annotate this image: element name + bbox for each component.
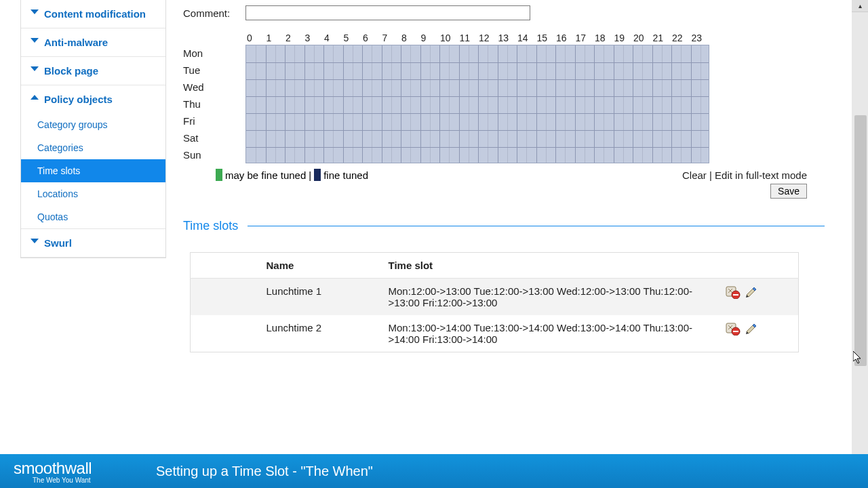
day-label: Mon bbox=[183, 45, 245, 62]
hour-label: 6 bbox=[361, 33, 381, 43]
hour-label: 15 bbox=[536, 33, 555, 43]
row-slot: Mon:13:00->14:00 Tue:13:00->14:00 Wed:13… bbox=[380, 315, 717, 352]
hour-label: 11 bbox=[458, 33, 478, 43]
section-title-time-slots: Time slots bbox=[183, 219, 248, 233]
table-header-name: Name bbox=[258, 253, 380, 279]
row-name: Lunchtime 1 bbox=[258, 279, 380, 316]
sidebar-item-block-page[interactable]: Block page bbox=[21, 57, 165, 85]
legend-label: fine tuned bbox=[323, 169, 368, 181]
sidebar-item-label: Policy objects bbox=[44, 94, 113, 105]
hour-label: 1 bbox=[265, 33, 285, 43]
chevron-down-icon bbox=[31, 9, 39, 14]
hour-label: 12 bbox=[477, 33, 497, 43]
hour-label: 14 bbox=[516, 33, 536, 43]
hour-label: 3 bbox=[304, 33, 323, 43]
scroll-up-icon[interactable]: ▴ bbox=[852, 0, 868, 12]
chevron-down-icon bbox=[31, 66, 39, 71]
delete-icon[interactable] bbox=[726, 285, 745, 301]
sidebar: Content modification Anti-malware Block … bbox=[20, 0, 166, 258]
footer-tagline: The Web You Want bbox=[33, 476, 156, 484]
time-grid[interactable] bbox=[245, 45, 709, 163]
table-row: Lunchtime 2Mon:13:00->14:00 Tue:13:00->1… bbox=[191, 315, 799, 352]
edit-icon[interactable] bbox=[745, 285, 764, 301]
schedule-grid: MonTueWedThuFriSatSun 012345678910111213… bbox=[183, 27, 834, 163]
hour-label: 22 bbox=[671, 33, 690, 43]
time-slots-table: Name Time slot Lunchtime 1Mon:12:00->13:… bbox=[190, 252, 799, 352]
hour-label: 19 bbox=[613, 33, 633, 43]
sidebar-item-swurl[interactable]: Swurl bbox=[21, 229, 165, 258]
vertical-scrollbar[interactable]: ▴ bbox=[852, 0, 868, 488]
sidebar-subgroup-policy-objects: Category groups Categories Time slots Lo… bbox=[21, 113, 165, 229]
footer-brand: smoothwall bbox=[14, 459, 156, 478]
sidebar-sub-quotas[interactable]: Quotas bbox=[21, 205, 165, 228]
sidebar-sub-locations[interactable]: Locations bbox=[21, 182, 165, 205]
day-label: Wed bbox=[183, 79, 245, 96]
chevron-up-icon bbox=[31, 95, 39, 100]
hour-label: 2 bbox=[284, 33, 304, 43]
sidebar-item-content-modification[interactable]: Content modification bbox=[21, 0, 165, 28]
hour-label: 20 bbox=[632, 33, 652, 43]
hour-label: 13 bbox=[497, 33, 517, 43]
edit-full-text-link[interactable]: Edit in full-text mode bbox=[715, 169, 807, 181]
hour-label: 9 bbox=[420, 33, 439, 43]
sidebar-item-label: Block page bbox=[44, 65, 98, 77]
legend-sep: | bbox=[309, 169, 311, 181]
hour-label: 10 bbox=[439, 33, 458, 43]
hour-label: 16 bbox=[555, 33, 574, 43]
delete-icon[interactable] bbox=[726, 322, 745, 338]
sidebar-sub-time-slots[interactable]: Time slots bbox=[21, 159, 165, 182]
day-label: Fri bbox=[183, 113, 245, 129]
hour-label: 21 bbox=[652, 33, 671, 43]
chevron-down-icon bbox=[31, 38, 39, 43]
day-label: Sun bbox=[183, 146, 245, 163]
day-label: Sat bbox=[183, 129, 245, 146]
clear-link[interactable]: Clear bbox=[682, 169, 707, 181]
row-name: Lunchtime 2 bbox=[258, 315, 380, 352]
sidebar-item-policy-objects[interactable]: Policy objects bbox=[21, 85, 165, 113]
footer-bar: smoothwall The Web You Want Setting up a… bbox=[0, 454, 868, 488]
day-label: Thu bbox=[183, 96, 245, 113]
sidebar-item-anti-malware[interactable]: Anti-malware bbox=[21, 28, 165, 57]
comment-label: Comment: bbox=[183, 7, 245, 19]
sidebar-item-label: Swurl bbox=[44, 237, 72, 249]
hour-label: 0 bbox=[245, 33, 265, 43]
footer-title: Setting up a Time Slot - "The When" bbox=[156, 464, 373, 479]
svg-rect-5 bbox=[733, 331, 738, 332]
hour-label: 17 bbox=[574, 33, 594, 43]
sidebar-item-label: Anti-malware bbox=[44, 37, 108, 48]
sidebar-item-label: Content modification bbox=[44, 8, 146, 20]
table-header-blank bbox=[191, 253, 258, 279]
row-slot: Mon:12:00->13:00 Tue:12:00->13:00 Wed:12… bbox=[380, 279, 717, 316]
comment-input[interactable] bbox=[245, 5, 530, 20]
table-row: Lunchtime 1Mon:12:00->13:00 Tue:12:00->1… bbox=[191, 279, 799, 316]
day-label: Tue bbox=[183, 62, 245, 79]
legend-swatch-may-be-fine-tuned bbox=[216, 169, 222, 181]
save-button[interactable]: Save bbox=[770, 184, 807, 199]
hour-label: 4 bbox=[323, 33, 342, 43]
svg-rect-2 bbox=[733, 294, 738, 296]
hour-label: 18 bbox=[593, 33, 613, 43]
hour-label: 7 bbox=[381, 33, 401, 43]
table-header-slot: Time slot bbox=[380, 253, 717, 279]
hour-label: 8 bbox=[400, 33, 420, 43]
hour-label: 23 bbox=[690, 33, 710, 43]
section-rule bbox=[248, 226, 825, 226]
legend-swatch-fine-tuned bbox=[314, 169, 321, 181]
hour-label: 5 bbox=[342, 33, 362, 43]
edit-icon[interactable] bbox=[745, 322, 764, 338]
scroll-thumb[interactable] bbox=[854, 115, 867, 366]
sidebar-sub-categories[interactable]: Categories bbox=[21, 136, 165, 159]
sidebar-sub-category-groups[interactable]: Category groups bbox=[21, 113, 165, 136]
table-header-actions bbox=[717, 253, 799, 279]
legend-label: may be fine tuned bbox=[225, 169, 306, 181]
chevron-down-icon bbox=[31, 239, 39, 243]
